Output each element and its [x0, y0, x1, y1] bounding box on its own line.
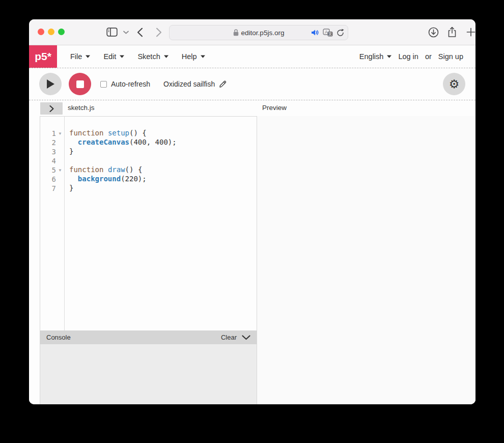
- gutter-line: 2: [40, 138, 64, 147]
- reload-icon[interactable]: [337, 29, 344, 37]
- traffic-lights: [38, 29, 65, 35]
- lock-icon: [233, 29, 239, 36]
- app-nav-bar: p5* File Edit Sketch Help English Log in…: [29, 45, 475, 68]
- url-text: editor.p5js.org: [241, 29, 285, 37]
- gutter-line: 6: [40, 175, 64, 184]
- menu-sketch-label: Sketch: [137, 52, 160, 61]
- code-editor[interactable]: 1▼2345▼67 function setup() { createCanva…: [40, 117, 257, 330]
- console-clear-button[interactable]: Clear: [221, 334, 237, 341]
- browser-toolbar: editor.p5js.org A 文: [29, 19, 475, 45]
- signup-link[interactable]: Sign up: [438, 52, 463, 61]
- login-link[interactable]: Log in: [398, 52, 418, 61]
- share-icon[interactable]: [447, 19, 457, 45]
- chevron-down-icon: [387, 55, 391, 58]
- menu-file-label: File: [70, 52, 82, 61]
- code-line[interactable]: function setup() {: [69, 129, 257, 138]
- audio-playing-icon[interactable]: [311, 29, 319, 36]
- line-number: 2: [40, 139, 56, 147]
- console-title: Console: [46, 334, 71, 341]
- new-tab-icon[interactable]: [466, 19, 475, 45]
- line-number: 5: [40, 166, 56, 174]
- svg-text:文: 文: [328, 32, 332, 36]
- editor-console-panel: 1▼2345▼67 function setup() { createCanva…: [40, 116, 257, 404]
- translate-icon[interactable]: A 文: [323, 29, 333, 37]
- minimize-window-button[interactable]: [48, 29, 54, 35]
- p5-logo[interactable]: p5*: [29, 45, 57, 68]
- code-line[interactable]: createCanvas(400, 400);: [69, 138, 257, 147]
- chevron-down-icon: [120, 55, 124, 58]
- downloads-icon[interactable]: [428, 19, 439, 45]
- forward-icon[interactable]: [156, 19, 162, 45]
- line-number: 4: [40, 157, 56, 165]
- main-content: sketch.js Preview 1▼2345▼67 function set…: [29, 100, 475, 404]
- fold-arrow-icon[interactable]: ▼: [56, 131, 64, 136]
- code-line[interactable]: }: [69, 184, 257, 193]
- gutter-line: 1▼: [40, 129, 64, 138]
- tab-sketch-js[interactable]: sketch.js: [68, 104, 95, 112]
- tab-row: sketch.js Preview: [29, 100, 475, 116]
- preview-title: Preview: [262, 104, 287, 112]
- chevron-down-icon: [201, 55, 205, 58]
- line-number: 3: [40, 148, 56, 156]
- auto-refresh-checkbox[interactable]: [100, 81, 107, 88]
- project-name: Oxidized sailfish: [163, 80, 215, 88]
- address-bar[interactable]: editor.p5js.org A 文: [169, 25, 348, 40]
- menu-edit[interactable]: Edit: [103, 52, 124, 61]
- gutter-lines: 1▼2345▼67: [40, 117, 65, 330]
- sketch-toolbar: Auto-refresh Oxidized sailfish ⚙: [29, 68, 475, 100]
- menu-help[interactable]: Help: [182, 52, 205, 61]
- sidebar-expand-button[interactable]: [40, 102, 63, 115]
- gutter-line: 5▼: [40, 165, 64, 175]
- code-line[interactable]: [69, 156, 257, 165]
- console-collapse-icon[interactable]: [242, 335, 250, 340]
- chevron-down-icon: [164, 55, 169, 58]
- gutter-line: 4: [40, 156, 64, 165]
- auto-refresh-label: Auto-refresh: [111, 80, 150, 88]
- language-label: English: [359, 52, 384, 61]
- chevron-right-icon: [49, 105, 54, 112]
- code-line[interactable]: function draw() {: [69, 165, 257, 175]
- close-window-button[interactable]: [38, 29, 44, 35]
- code-line[interactable]: background(220);: [69, 175, 257, 184]
- language-selector[interactable]: English: [359, 52, 392, 61]
- svg-text:A: A: [325, 30, 328, 35]
- line-number: 6: [40, 175, 56, 183]
- play-icon: [46, 79, 55, 89]
- chevron-down-icon: [86, 55, 90, 58]
- menu-edit-label: Edit: [103, 52, 116, 61]
- code-lines[interactable]: function setup() { createCanvas(400, 400…: [65, 117, 257, 330]
- fold-arrow-icon[interactable]: ▼: [56, 168, 64, 173]
- code-line[interactable]: }: [69, 147, 257, 156]
- sidebar-chevron-icon[interactable]: [123, 19, 129, 45]
- line-number: 1: [40, 129, 56, 137]
- gutter-line: 7: [40, 184, 64, 193]
- sidebar-toggle-icon[interactable]: [106, 19, 118, 45]
- stop-button[interactable]: [69, 73, 91, 95]
- zoom-window-button[interactable]: [58, 29, 65, 35]
- console-output: [40, 344, 257, 404]
- browser-window: editor.p5js.org A 文: [29, 19, 475, 404]
- gutter-line: 3: [40, 147, 64, 156]
- play-button[interactable]: [39, 73, 62, 95]
- edit-project-name-icon[interactable]: [219, 80, 227, 88]
- console-header: Console Clear: [40, 330, 257, 344]
- menu-sketch[interactable]: Sketch: [137, 52, 168, 61]
- stop-icon: [76, 80, 84, 88]
- menu-file[interactable]: File: [70, 52, 90, 61]
- back-icon[interactable]: [137, 19, 143, 45]
- or-text: or: [425, 52, 432, 61]
- settings-button[interactable]: ⚙: [443, 73, 465, 95]
- gear-icon: ⚙: [449, 78, 460, 90]
- line-number: 7: [40, 184, 56, 192]
- menu-help-label: Help: [182, 52, 197, 61]
- preview-panel: [257, 116, 475, 404]
